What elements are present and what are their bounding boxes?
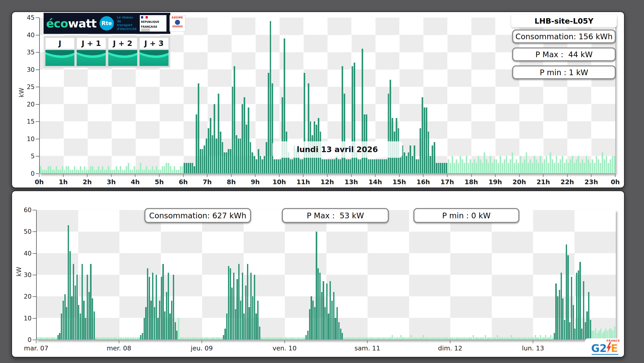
power-bar [95,337,96,339]
x-tick-mark [39,174,39,177]
power-bar [507,337,508,339]
power-bar [175,322,176,339]
power-bar [102,337,103,339]
x-tick-mark [367,340,368,343]
power-bar [581,329,582,339]
power-bar [192,337,193,339]
power-bar [110,170,111,173]
power-bar [554,333,555,339]
y-tick-label: 15 [19,118,35,125]
power-bar [323,281,324,339]
power-bar [236,135,237,173]
power-bar [142,170,143,173]
power-bar [346,159,347,173]
power-bar [359,337,360,339]
power-bar [506,156,507,173]
power-bar [397,337,398,339]
power-bar [300,159,301,173]
x-tick-mark [567,174,568,177]
power-bar [547,337,548,339]
power-bar [90,264,91,339]
power-bar [166,163,167,173]
y-tick-mark [33,340,36,340]
power-bar [205,337,207,339]
power-bar [488,163,489,173]
power-bar [462,159,463,173]
ecowatt-signal-green-icon [108,50,137,66]
x-tick-label: sam. 11 [354,345,380,352]
power-bar [44,337,45,339]
power-bar [542,163,543,173]
power-bar [494,159,495,173]
power-bar [350,337,352,339]
power-bar [271,337,272,339]
power-bar [424,337,426,339]
power-bar [212,337,214,339]
power-bar [262,337,264,339]
power-bar [590,320,591,339]
power-bar [145,307,146,339]
y-tick-label: 0 [16,336,32,344]
x-tick-mark [423,174,423,177]
power-bar [393,337,395,339]
power-bar [462,337,464,339]
power-bar [302,159,303,173]
weekly-pmax-badge: P Max : 53 kW [282,208,389,223]
power-bar [594,163,595,173]
y-tick-mark [36,70,39,70]
power-bar [443,337,445,339]
power-bar [552,337,553,339]
power-bar [436,163,437,173]
y-tick-label: 60 [16,207,32,214]
ademe-logo: ADEME [170,15,185,32]
power-bar [235,309,236,339]
ecowatt-day-tile-1[interactable]: J + 1 [77,38,106,66]
power-bar [88,292,90,339]
power-bar [585,322,586,339]
ecowatt-day-tile-0[interactable]: J [45,38,74,66]
power-bar [591,331,593,339]
power-bar [102,166,103,173]
power-bar [258,149,259,173]
power-bar [182,166,183,173]
power-bar [280,337,281,339]
power-bar [606,156,607,173]
x-tick-mark [183,174,184,177]
power-bar [94,311,95,339]
power-bar [82,264,83,339]
power-bar [358,159,359,173]
power-bar [604,159,605,173]
power-bar [280,159,281,173]
power-bar [432,145,433,173]
power-bar [83,301,84,339]
power-bar [357,337,359,339]
power-bar [395,337,397,339]
power-bar [70,170,71,173]
ecowatt-day-tile-2[interactable]: J + 2 [108,38,137,66]
power-bar [226,152,227,173]
power-bar [350,159,351,173]
y-tick-mark [36,121,39,122]
power-bar [186,163,187,173]
power-bar [176,170,177,173]
power-bar [137,337,138,339]
power-bar [474,337,476,339]
ecowatt-day-tile-3[interactable]: J + 3 [140,38,169,66]
power-bar [54,337,55,339]
power-bar [500,337,501,339]
power-bar [172,170,173,173]
ecowatt-wordmark: écowatt [46,17,96,30]
x-tick-label: mar. 07 [24,345,48,352]
power-bar [364,337,365,339]
republique-francaise-logo: RÉPUBLIQUEFRANÇAISE [140,15,166,32]
power-bar [133,337,134,339]
power-bar [490,337,491,339]
power-bar [478,337,479,339]
power-bar [228,266,229,339]
power-bar [324,307,326,339]
power-bar [510,159,511,173]
power-bar [487,337,488,339]
y-tick-label: 35 [19,49,35,56]
power-bar [566,244,567,339]
power-bar [120,166,121,173]
